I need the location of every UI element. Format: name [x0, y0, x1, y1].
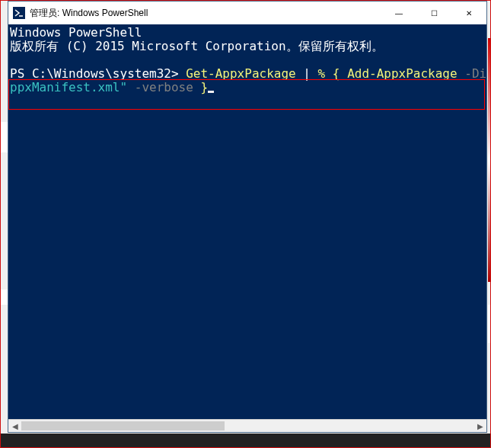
window-controls: — ☐ ✕ — [381, 2, 486, 24]
maximize-button[interactable]: ☐ — [416, 2, 451, 24]
cmd-foreach-open: % { — [318, 66, 348, 81]
scroll-right-button[interactable]: ▶ — [473, 420, 486, 432]
cmd-pipe: | — [296, 66, 318, 81]
horizontal-scrollbar[interactable]: ◀ ▶ — [8, 419, 486, 432]
cmd-flag-verbose: -verbose — [135, 80, 201, 94]
minimize-icon: — — [395, 9, 403, 18]
powershell-window: 管理员: Windows PowerShell — ☐ ✕ Windows Po… — [8, 1, 487, 433]
console-viewport: Windows PowerShell 版权所有 (C) 2015 Microso… — [8, 24, 486, 419]
close-icon: ✕ — [466, 9, 472, 18]
maximize-icon: ☐ — [431, 9, 438, 18]
prompt: PS C:\Windows\system32> — [10, 66, 186, 81]
console-output[interactable]: Windows PowerShell 版权所有 (C) 2015 Microso… — [8, 24, 486, 419]
cmd-get-appxpackage: Get-AppxPackage — [186, 66, 296, 81]
banner-line-1: Windows PowerShell — [10, 25, 142, 40]
cmd-add-appxpackage: Add-AppxPackage — [347, 66, 464, 81]
scroll-track[interactable] — [21, 420, 473, 432]
banner-line-2b: 。保留所有权利。 — [286, 39, 384, 53]
cmd-flag-disabledev: -DisableDevelo — [464, 66, 486, 81]
banner-line-2a: 版权所有 (C) 2015 Microsoft Corporation — [10, 39, 286, 53]
cmd-foreach-close: } — [200, 80, 208, 94]
cursor — [208, 91, 214, 93]
scroll-thumb[interactable] — [21, 421, 225, 430]
chevron-left-icon: ◀ — [12, 422, 18, 430]
titlebar[interactable]: 管理员: Windows PowerShell — ☐ ✕ — [8, 2, 486, 24]
cmd-manifest-path: ppxManifest.xml" — [10, 80, 135, 94]
chevron-right-icon: ▶ — [477, 422, 483, 430]
window-title: 管理员: Windows PowerShell — [30, 7, 148, 20]
client-area: Windows PowerShell 版权所有 (C) 2015 Microso… — [8, 24, 486, 432]
minimize-button[interactable]: — — [381, 2, 416, 24]
close-button[interactable]: ✕ — [451, 2, 486, 24]
powershell-icon — [13, 7, 25, 19]
scroll-left-button[interactable]: ◀ — [8, 420, 21, 432]
